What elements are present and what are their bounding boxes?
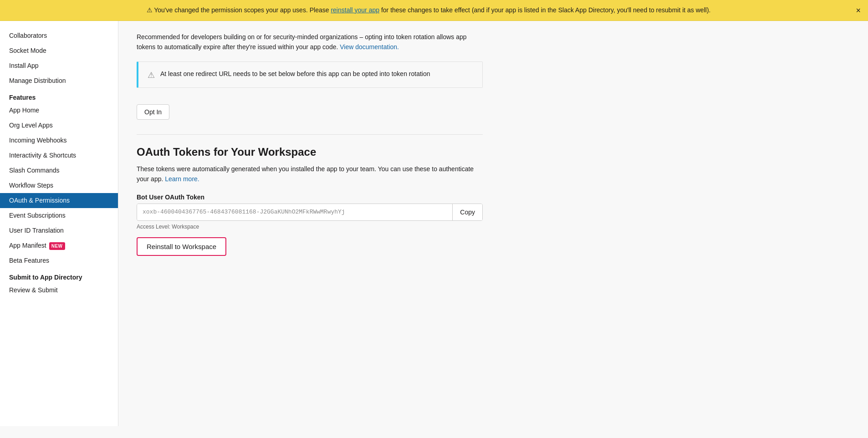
page-layout: Collaborators Socket Mode Install App Ma…	[0, 21, 868, 426]
learn-more-link[interactable]: Learn more.	[165, 175, 199, 183]
oauth-section-desc: These tokens were automatically generate…	[137, 164, 483, 184]
reinstall-button[interactable]: Reinstall to Workspace	[137, 237, 226, 256]
section-divider	[137, 134, 483, 135]
sidebar-item-manage-distribution[interactable]: Manage Distribution	[0, 73, 118, 88]
sidebar-item-app-manifest[interactable]: App ManifestNEW	[0, 238, 118, 253]
sidebar-item-install-app[interactable]: Install App	[0, 58, 118, 73]
sidebar-item-interactivity[interactable]: Interactivity & Shortcuts	[0, 148, 118, 163]
banner-close-button[interactable]: ×	[856, 6, 861, 15]
sidebar-item-slash-commands[interactable]: Slash Commands	[0, 163, 118, 178]
sidebar-item-socket-mode[interactable]: Socket Mode	[0, 43, 118, 58]
banner-reinstall-link[interactable]: reinstall your app	[331, 6, 379, 14]
bot-token-label: Bot User OAuth Token	[137, 194, 850, 201]
token-row: Copy	[137, 204, 483, 221]
opt-in-button[interactable]: Opt In	[137, 104, 169, 120]
sidebar-item-beta-features[interactable]: Beta Features	[0, 253, 118, 268]
info-box-text: At least one redirect URL needs to be se…	[160, 69, 430, 79]
sidebar: Collaborators Socket Mode Install App Ma…	[0, 21, 118, 426]
bot-token-input[interactable]	[137, 204, 452, 220]
main-content: Recommended for developers building on o…	[118, 21, 868, 426]
access-level-text: Access Level: Workspace	[137, 224, 850, 230]
warning-icon: ⚠	[148, 70, 155, 80]
sidebar-item-event-subscriptions[interactable]: Event Subscriptions	[0, 208, 118, 223]
banner-text-before: ⚠ You've changed the permission scopes y…	[147, 6, 331, 14]
sidebar-item-workflow-steps[interactable]: Workflow Steps	[0, 178, 118, 193]
sidebar-item-incoming-webhooks[interactable]: Incoming Webhooks	[0, 133, 118, 148]
sidebar-item-app-home[interactable]: App Home	[0, 103, 118, 118]
banner-text-after: for these changes to take effect (and if…	[379, 6, 710, 14]
submit-section-title: Submit to App Directory	[0, 268, 118, 283]
sidebar-item-oauth-permissions[interactable]: OAuth & Permissions	[0, 193, 118, 208]
features-section-title: Features	[0, 88, 118, 103]
sidebar-item-org-level-apps[interactable]: Org Level Apps	[0, 118, 118, 133]
sidebar-item-user-id-translation[interactable]: User ID Translation	[0, 223, 118, 238]
sidebar-item-collaborators[interactable]: Collaborators	[0, 28, 118, 43]
sidebar-item-review-submit[interactable]: Review & Submit	[0, 283, 118, 298]
new-badge: NEW	[49, 242, 65, 250]
oauth-section-title: OAuth Tokens for Your Workspace	[137, 146, 850, 158]
copy-button[interactable]: Copy	[452, 204, 482, 220]
info-box: ⚠ At least one redirect URL needs to be …	[137, 61, 483, 88]
view-documentation-link[interactable]: View documentation.	[340, 43, 399, 51]
intro-paragraph: Recommended for developers building on o…	[137, 32, 483, 52]
permission-banner: ⚠ You've changed the permission scopes y…	[0, 0, 868, 21]
